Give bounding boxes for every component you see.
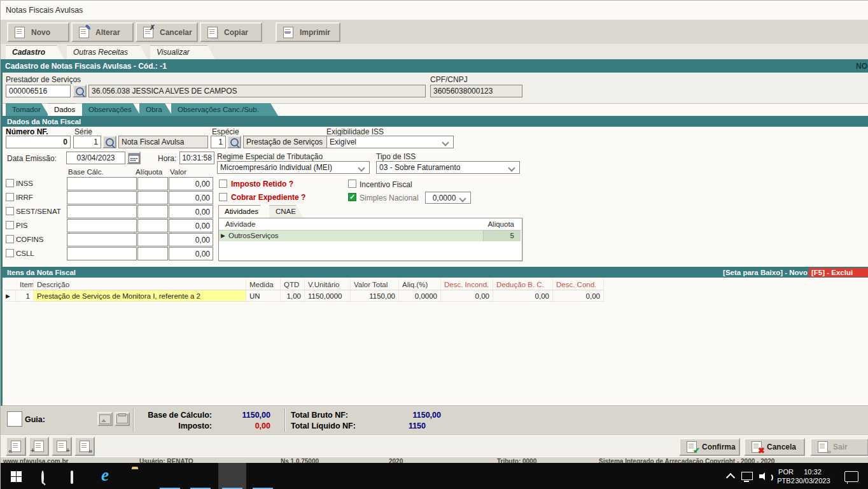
base-calculo-value: 1150,00 <box>214 411 270 420</box>
csll-checkbox[interactable] <box>6 249 14 257</box>
nav-prev-button[interactable]: + <box>29 437 49 456</box>
sair-button[interactable]: » Sair <box>810 438 868 456</box>
col-deducao: Dedução B. C. <box>493 279 553 290</box>
item-row[interactable]: ▶ 1 Prestação de Serviços de Monitora I,… <box>4 290 604 302</box>
clock[interactable]: 10:32 30/03/2023 <box>790 467 836 485</box>
row-marker-icon: ▶ <box>221 232 225 239</box>
simples-valor-select[interactable]: 0,0000 <box>425 192 471 204</box>
prestador-search-button[interactable] <box>73 85 87 97</box>
page-title: Cadastro de Notas Fiscais Avulsas - Cód.… <box>5 62 167 71</box>
csll-valor-field[interactable]: 0,00 <box>169 247 213 260</box>
serie-label: Série <box>74 127 92 136</box>
guia-print-button[interactable] <box>115 412 130 426</box>
prestador-label: Prestador de Serviços <box>6 75 81 84</box>
atividade-row[interactable]: ▶ OutrosServiços 5 <box>219 230 521 241</box>
tab-obra[interactable]: Obra <box>139 103 172 116</box>
pis-base-field[interactable] <box>67 219 137 232</box>
pis-valor-field[interactable]: 0,00 <box>169 219 213 232</box>
novo-button[interactable]: Novo <box>7 22 69 42</box>
pis-checkbox[interactable] <box>6 221 14 229</box>
irrf-valor-field[interactable]: 0,00 <box>169 191 213 204</box>
cofins-valor-field[interactable]: 0,00 <box>169 233 213 246</box>
hora-field[interactable]: 10:31:58 <box>179 152 214 164</box>
sest-valor-field[interactable]: 0,00 <box>169 205 213 218</box>
tab-tomador[interactable]: Tomador <box>6 103 49 116</box>
data-emissao-field[interactable]: 03/04/2023 <box>66 152 125 164</box>
tab-outras-receitas[interactable]: Outras Receitas <box>67 45 148 59</box>
col-qtd: QTD <box>281 279 305 290</box>
cobrar-expediente-checkbox[interactable] <box>219 193 227 201</box>
especie-search-button[interactable] <box>227 136 241 148</box>
inss-base-field[interactable] <box>67 177 137 190</box>
tab-cadastro[interactable]: Cadastro <box>6 45 64 59</box>
calendar-button[interactable] <box>127 152 141 164</box>
internet-explorer-icon[interactable] <box>101 465 109 485</box>
guia-checkbox[interactable] <box>7 411 22 427</box>
inss-label: INSS <box>16 180 33 187</box>
network-icon[interactable] <box>741 472 753 480</box>
task-view-icon[interactable] <box>71 472 73 483</box>
tab-dados[interactable]: Dados <box>48 103 83 116</box>
tab-observacoes-canc[interactable]: Observações Canc./Sub. <box>171 103 278 116</box>
nav-last-button[interactable]: » <box>74 437 95 456</box>
cofins-checkbox[interactable] <box>6 235 14 243</box>
volume-icon[interactable] <box>759 471 772 481</box>
sest-aliquota-field[interactable] <box>137 205 168 218</box>
cofins-base-field[interactable] <box>67 233 137 246</box>
atividade-cell: OutrosServiços <box>228 232 279 239</box>
start-button-icon[interactable] <box>11 471 22 482</box>
qtd-cell: 1,00 <box>281 290 305 301</box>
printer-icon <box>283 27 293 38</box>
copy-icon <box>207 27 218 38</box>
confirma-button[interactable]: ✔ Confirma <box>679 438 740 456</box>
tipo-iss-label: Tipo de ISS <box>376 152 416 161</box>
tab-observacoes-canc-label: Observações Canc./Sub. <box>178 106 259 113</box>
serie-desc-field: Nota Fiscal Avulsa <box>118 136 208 148</box>
sest-checkbox[interactable] <box>6 207 14 215</box>
novo-button-label: Novo <box>31 28 50 37</box>
notification-center-icon[interactable] <box>844 471 858 482</box>
tab-cnae[interactable]: CNAE <box>269 205 304 218</box>
itens-table-header: Item Descrição Medida QTD V.Unitário Val… <box>4 279 604 290</box>
regime-select[interactable]: Microempresário Individual (MEI) <box>217 161 370 174</box>
itens-hint-delete: [F5] - Exclui <box>809 268 868 277</box>
tab-visualizar[interactable]: Visualizar <box>150 45 215 59</box>
irrf-aliquota-field[interactable] <box>137 191 168 204</box>
copiar-button[interactable]: Copiar <box>200 22 262 42</box>
guia-view-button[interactable] <box>97 412 113 426</box>
tray-expand-icon[interactable] <box>726 473 735 482</box>
tab-observacoes[interactable]: Observações <box>82 103 141 116</box>
exigibilidade-select[interactable]: Exigível <box>326 136 454 148</box>
tab-atividades[interactable]: Atividades <box>218 205 268 218</box>
tab-obra-label: Obra <box>146 106 162 113</box>
incentivo-fiscal-checkbox[interactable] <box>348 180 356 188</box>
irrf-base-field[interactable] <box>67 191 137 204</box>
atividades-table-header: Atividade Aliquota <box>219 218 521 230</box>
taskbar-search-icon[interactable] <box>41 472 44 483</box>
alterar-button-label: Alterar <box>95 28 120 37</box>
nav-first-button[interactable]: « <box>6 437 26 456</box>
nav-next-button[interactable]: + <box>52 437 72 456</box>
prestador-code-field[interactable]: 000006516 <box>6 85 71 97</box>
col-valortotal: Valor Total <box>351 279 399 290</box>
inss-valor-field[interactable]: 0,00 <box>169 177 213 190</box>
inss-aliquota-field[interactable] <box>137 177 168 190</box>
irrf-checkbox[interactable] <box>6 193 14 201</box>
pis-aliquota-field[interactable] <box>137 219 168 232</box>
sest-base-field[interactable] <box>67 205 137 218</box>
serie-field[interactable]: 1 <box>73 136 101 148</box>
alterar-button[interactable]: ✎ Alterar <box>71 22 134 42</box>
cancelar-button[interactable]: ✗ Cancelar <box>136 22 198 42</box>
inss-checkbox[interactable] <box>6 179 14 187</box>
especie-field[interactable]: 1 <box>211 136 226 148</box>
csll-aliquota-field[interactable] <box>137 247 168 260</box>
simples-nacional-checkbox[interactable] <box>348 193 356 201</box>
csll-base-field[interactable] <box>67 247 137 260</box>
cofins-aliquota-field[interactable] <box>137 233 168 246</box>
imposto-retido-checkbox[interactable] <box>219 180 227 188</box>
serie-search-button[interactable] <box>102 136 116 148</box>
numero-field[interactable]: 0 <box>6 136 71 148</box>
imprimir-button[interactable]: Imprimir <box>276 22 340 42</box>
tipo-iss-select[interactable]: 03 - Sobre Faturamento <box>376 161 520 174</box>
cancela-button[interactable]: ✖ Cancela <box>744 438 805 456</box>
